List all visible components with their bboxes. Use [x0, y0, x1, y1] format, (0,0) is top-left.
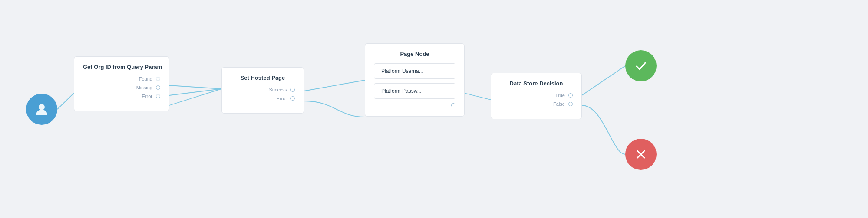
set-hosted-title: Set Hosted Page: [231, 75, 295, 81]
port-success-label: Success: [269, 87, 287, 92]
port-hosted-error-row: Error: [231, 96, 295, 101]
port-missing-label: Missing: [136, 85, 152, 90]
port-error-row: Error: [83, 94, 160, 99]
port-true[interactable]: [568, 93, 573, 98]
x-icon: [634, 148, 647, 161]
port-error-label: Error: [142, 94, 152, 99]
page-node-port-row: [374, 103, 455, 107]
port-missing-row: Missing: [83, 85, 160, 90]
svg-line-0: [57, 93, 74, 109]
svg-line-1: [169, 85, 221, 89]
port-true-row: True: [500, 93, 573, 98]
port-false[interactable]: [568, 102, 573, 106]
page-node-port[interactable]: [451, 103, 455, 107]
port-false-label: False: [553, 101, 565, 107]
get-org-node[interactable]: Get Org ID from Query Param Found Missin…: [74, 56, 169, 111]
data-store-title: Data Store Decision: [500, 80, 573, 87]
data-store-node[interactable]: Data Store Decision True False: [491, 73, 582, 119]
page-node[interactable]: Page Node Platform Userna... Platform Pa…: [365, 43, 465, 117]
get-org-title: Get Org ID from Query Param: [83, 64, 160, 70]
port-success[interactable]: [290, 88, 295, 92]
port-true-label: True: [555, 93, 565, 98]
port-error[interactable]: [156, 94, 160, 98]
svg-line-3: [169, 89, 221, 105]
flow-canvas: Get Org ID from Query Param Found Missin…: [0, 0, 868, 218]
svg-line-6: [582, 66, 625, 95]
port-hosted-error[interactable]: [290, 96, 295, 101]
failure-end-node[interactable]: [625, 139, 657, 170]
port-success-row: Success: [231, 87, 295, 92]
set-hosted-node[interactable]: Set Hosted Page Success Error: [221, 67, 304, 114]
svg-point-7: [39, 104, 45, 110]
check-icon: [634, 59, 647, 72]
port-hosted-error-label: Error: [277, 96, 287, 101]
port-false-row: False: [500, 101, 573, 107]
port-found[interactable]: [156, 77, 160, 81]
person-icon: [34, 102, 49, 117]
port-found-label: Found: [139, 76, 152, 81]
port-found-row: Found: [83, 76, 160, 81]
platform-password-input[interactable]: Platform Passw...: [374, 83, 455, 99]
start-node[interactable]: [26, 94, 57, 125]
svg-line-2: [169, 89, 221, 95]
svg-line-4: [304, 80, 365, 91]
success-end-node[interactable]: [625, 50, 657, 81]
platform-username-input[interactable]: Platform Userna...: [374, 63, 455, 79]
port-missing[interactable]: [156, 85, 160, 90]
svg-line-5: [465, 93, 491, 100]
page-node-title: Page Node: [374, 51, 455, 57]
